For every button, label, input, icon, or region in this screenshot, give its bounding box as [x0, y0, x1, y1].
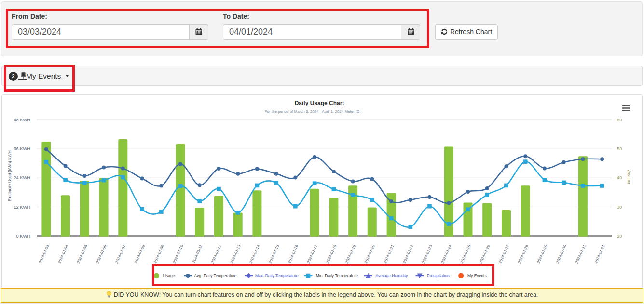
svg-text:2024-03-11: 2024-03-11 — [192, 244, 204, 264]
svg-text:20: 20 — [617, 234, 622, 238]
svg-text:2024-03-08: 2024-03-08 — [134, 244, 146, 264]
svg-text:2024-03-15: 2024-03-15 — [268, 244, 280, 264]
svg-text:2024-03-09: 2024-03-09 — [153, 244, 165, 264]
svg-text:Electricity Used (kWh) KWH: Electricity Used (kWh) KWH — [7, 150, 12, 201]
svg-text:2024-03-12: 2024-03-12 — [210, 244, 222, 264]
svg-text:2024-03-26: 2024-03-26 — [479, 244, 491, 264]
svg-text:2024-03-20: 2024-03-20 — [364, 244, 376, 264]
svg-text:50: 50 — [617, 146, 622, 151]
svg-text:2024-03-05: 2024-03-05 — [76, 244, 88, 264]
svg-text:2024-03-24: 2024-03-24 — [440, 244, 452, 264]
svg-text:For the period of March 3, 202: For the period of March 3, 2024 - April … — [265, 109, 361, 114]
svg-text:2024-03-29: 2024-03-29 — [536, 244, 548, 264]
svg-text:2024-03-18: 2024-03-18 — [326, 244, 338, 264]
svg-text:Weather: Weather — [627, 169, 631, 184]
svg-text:2024-03-23: 2024-03-23 — [421, 244, 433, 264]
svg-text:2024-03-28: 2024-03-28 — [517, 244, 529, 264]
svg-text:Daily Usage Chart: Daily Usage Chart — [295, 100, 344, 106]
svg-text:2024-03-30: 2024-03-30 — [555, 244, 567, 264]
svg-text:2024-03-03: 2024-03-03 — [38, 244, 50, 264]
svg-text:30: 30 — [617, 205, 622, 210]
svg-text:2024-03-25: 2024-03-25 — [460, 244, 472, 264]
svg-text:60: 60 — [617, 118, 622, 122]
svg-text:2024-03-04: 2024-03-04 — [57, 244, 69, 264]
svg-text:2024-03-07: 2024-03-07 — [114, 244, 126, 264]
svg-text:24 KWH: 24 KWH — [14, 175, 30, 180]
svg-text:2024-04-01: 2024-04-01 — [594, 244, 606, 264]
svg-text:2024-03-17: 2024-03-17 — [306, 244, 318, 264]
svg-text:2024-03-21: 2024-03-21 — [383, 244, 395, 264]
svg-text:2024-03-22: 2024-03-22 — [402, 244, 414, 264]
svg-text:2024-03-06: 2024-03-06 — [96, 244, 108, 264]
svg-text:2024-03-31: 2024-03-31 — [575, 244, 587, 264]
svg-text:2024-03-14: 2024-03-14 — [249, 244, 261, 264]
svg-text:2024-03-10: 2024-03-10 — [172, 244, 184, 264]
svg-text:48 KWH: 48 KWH — [14, 118, 30, 122]
svg-text:2024-03-19: 2024-03-19 — [344, 244, 356, 264]
svg-text:12 KWH: 12 KWH — [14, 205, 30, 210]
svg-text:0 KWH: 0 KWH — [16, 234, 30, 238]
svg-text:2024-03-13: 2024-03-13 — [230, 244, 242, 264]
svg-text:2024-03-27: 2024-03-27 — [498, 244, 510, 264]
svg-text:40: 40 — [617, 175, 622, 180]
svg-text:2024-03-16: 2024-03-16 — [287, 244, 299, 264]
svg-text:36 KWH: 36 KWH — [14, 146, 30, 151]
